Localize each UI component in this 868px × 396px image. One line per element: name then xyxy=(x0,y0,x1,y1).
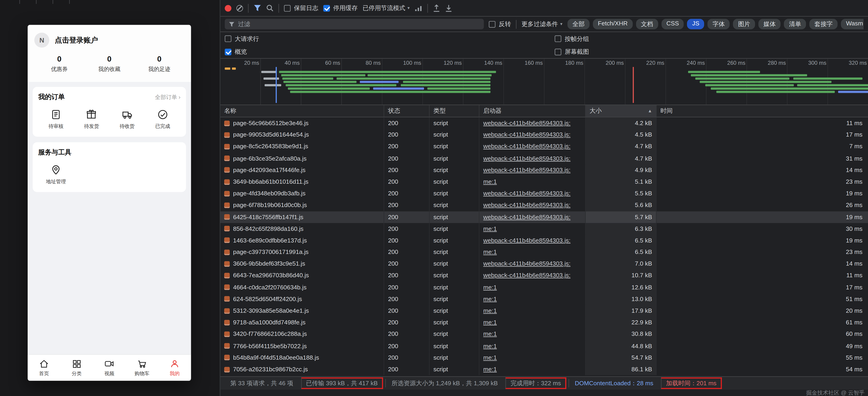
table-row[interactable]: page-8c5c2643583be9d1.js 200 script webp… xyxy=(220,141,868,152)
initiator-link[interactable]: me:1 xyxy=(483,284,497,290)
request-name-cell[interactable]: b54b8a9f-0f4d518a0ee0a188.js xyxy=(220,352,384,364)
request-name-cell[interactable]: page-4fd348eb09db3afb.js xyxy=(220,188,384,199)
overview-checkbox[interactable]: 概览 xyxy=(225,47,247,56)
table-row[interactable]: 624-5825d6504ff24200.js 200 script me:1 … xyxy=(220,293,868,305)
initiator-link[interactable]: webpack-c411b4b6e8594303.js: xyxy=(483,143,570,150)
table-row[interactable]: 3649-bb6ab61b01016d11.js 200 script me:1… xyxy=(220,176,868,188)
stat-item[interactable]: 0 优惠券 xyxy=(34,54,85,73)
table-row[interactable]: 7766-b56f4115be5b7022.js 200 script me:1… xyxy=(220,340,868,352)
filter-input[interactable]: 过滤 xyxy=(225,19,484,29)
table-row[interactable]: page-99053d5d61644e54.js 200 script webp… xyxy=(220,129,868,141)
checkbox-icon[interactable] xyxy=(489,21,495,28)
request-name-cell[interactable]: 6643-7ea2966703b86d40.js xyxy=(220,270,384,282)
tab-cart[interactable]: 购物车 xyxy=(126,355,158,381)
filter-chip[interactable]: Wasm xyxy=(841,19,863,29)
tab-video[interactable]: 视频 xyxy=(93,355,126,381)
disable-cache-checkbox[interactable]: 停用缓存 xyxy=(323,4,358,12)
filter-funnel-icon[interactable] xyxy=(253,4,261,11)
order-item-receive[interactable]: 待收货 xyxy=(110,108,145,130)
preserve-log-checkbox[interactable]: 保留日志 xyxy=(284,4,318,12)
table-row[interactable]: 3606-9b5bdef63f3c9e51.js 200 script webp… xyxy=(220,258,868,270)
filter-chip[interactable]: 全部 xyxy=(567,19,590,29)
initiator-link[interactable]: webpack-c411b4b6e8594303.js: xyxy=(483,120,570,126)
search-icon[interactable] xyxy=(267,4,274,11)
initiator-link[interactable]: me:1 xyxy=(483,319,497,326)
initiator-link[interactable]: me:1 xyxy=(483,249,497,255)
initiator-link[interactable]: webpack-c411b4b6e8594303.js: xyxy=(483,202,570,208)
checkbox-checked-icon[interactable] xyxy=(323,5,330,11)
filter-chip[interactable]: 图片 xyxy=(733,19,755,29)
filter-chip[interactable]: 字体 xyxy=(708,19,730,29)
request-name-cell[interactable]: 1463-6e89c0dfbb6e137d.js xyxy=(220,234,384,246)
table-row[interactable]: 856-842c65f2898da160.js 200 script me:1 … xyxy=(220,223,868,234)
checkbox-icon[interactable] xyxy=(225,35,231,42)
request-name-cell[interactable]: page-6f78b19b061d0c0b.js xyxy=(220,199,384,211)
table-row[interactable]: page-d42093ea17f446fe.js 200 script webp… xyxy=(220,164,868,176)
request-name-cell[interactable]: page-56c96b6512be3e46.js xyxy=(220,118,384,129)
request-name-cell[interactable]: 7056-a26231bc9867b2cc.js xyxy=(220,364,384,375)
tab-category[interactable]: 分类 xyxy=(60,355,93,381)
initiator-link[interactable]: me:1 xyxy=(483,295,497,302)
request-name-cell[interactable]: 9718-a5a1000dfd7498fe.js xyxy=(220,317,384,328)
initiator-link[interactable]: me:1 xyxy=(483,354,497,361)
initiator-link[interactable]: webpack-c411b4b6e8594303.js: xyxy=(483,190,570,197)
network-overview[interactable]: 20 ms40 ms60 ms80 ms100 ms120 ms140 ms16… xyxy=(220,59,868,105)
login-title[interactable]: 点击登录账户 xyxy=(55,35,98,45)
initiator-link[interactable]: me:1 xyxy=(483,331,497,337)
column-header-initiator[interactable]: 启动器 xyxy=(479,105,586,117)
service-item-address[interactable]: 地址管理 xyxy=(38,164,74,185)
initiator-link[interactable]: me:1 xyxy=(483,178,497,185)
filter-chip[interactable]: 套接字 xyxy=(809,19,838,29)
table-row[interactable]: page-c39737006171991a.js 200 script me:1… xyxy=(220,246,868,258)
tab-home[interactable]: 首页 xyxy=(28,355,60,381)
order-item-ship[interactable]: 待发货 xyxy=(74,108,109,130)
initiator-link[interactable]: webpack-c411b4b6e8594303.js: xyxy=(483,272,570,278)
request-name-cell[interactable]: 624-5825d6504ff24200.js xyxy=(220,293,384,305)
request-name-cell[interactable]: page-c39737006171991a.js xyxy=(220,246,384,258)
table-row[interactable]: 1463-6e89c0dfbb6e137d.js 200 script webp… xyxy=(220,234,868,246)
filter-chip[interactable]: CSS xyxy=(661,19,684,29)
table-row[interactable]: page-56c96b6512be3e46.js 200 script webp… xyxy=(220,118,868,129)
column-header-size[interactable]: 大小 ▲ xyxy=(586,105,656,117)
tab-profile[interactable]: 我的 xyxy=(158,355,191,381)
request-name-cell[interactable]: 7766-b56f4115be5b7022.js xyxy=(220,340,384,352)
table-row[interactable]: 6643-7ea2966703b86d40.js 200 script webp… xyxy=(220,270,868,282)
column-header-time[interactable]: 时间 xyxy=(656,105,868,117)
request-name-cell[interactable]: 6425-418c7556ffb147f1.js xyxy=(220,211,384,223)
initiator-link[interactable]: me:1 xyxy=(483,342,497,349)
screenshots-checkbox[interactable]: 屏幕截图 xyxy=(555,47,589,56)
request-name-cell[interactable]: page-d42093ea17f446fe.js xyxy=(220,164,384,176)
request-name-cell[interactable]: 4664-c0dca2f20760634b.js xyxy=(220,282,384,293)
table-row[interactable]: 6425-418c7556ffb147f1.js 200 script webp… xyxy=(220,211,868,223)
invert-checkbox[interactable]: 反转 xyxy=(489,20,511,28)
initiator-link[interactable]: webpack-c411b4b6e8594303.js: xyxy=(483,213,570,220)
request-name-cell[interactable]: 3606-9b5bdef63f3c9e51.js xyxy=(220,258,384,270)
initiator-link[interactable]: webpack-c411b4b6e8594303.js: xyxy=(483,260,570,267)
column-header-type[interactable]: 类型 xyxy=(430,105,479,117)
order-item-review[interactable]: 待审核 xyxy=(38,108,74,130)
order-item-done[interactable]: 已完成 xyxy=(145,108,180,130)
filter-chip[interactable]: 媒体 xyxy=(758,19,781,29)
avatar[interactable]: N xyxy=(34,33,49,47)
request-name-cell[interactable]: 3649-bb6ab61b01016d11.js xyxy=(220,176,384,188)
column-header-name[interactable]: 名称 xyxy=(220,105,384,117)
filter-chip[interactable]: 清单 xyxy=(784,19,806,29)
stat-item[interactable]: 0 我的收藏 xyxy=(84,54,134,73)
clear-icon[interactable] xyxy=(237,5,243,11)
checkbox-checked-icon[interactable] xyxy=(225,48,231,55)
import-har-icon[interactable] xyxy=(433,4,440,12)
table-row[interactable]: b54b8a9f-0f4d518a0ee0a188.js 200 script … xyxy=(220,352,868,364)
initiator-link[interactable]: me:1 xyxy=(483,225,497,232)
request-name-cell[interactable]: 3420-f7768662106c288a.js xyxy=(220,328,384,340)
initiator-link[interactable]: webpack-c411b4b6e8594303.js: xyxy=(483,155,570,161)
initiator-link[interactable]: webpack-c411b4b6e8594303.js: xyxy=(483,237,570,243)
table-row[interactable]: page-6b3ce35e2afca80a.js 200 script webp… xyxy=(220,153,868,164)
export-har-icon[interactable] xyxy=(445,4,452,12)
filter-chip[interactable]: Fetch/XHR xyxy=(593,19,633,29)
more-filters-dropdown[interactable]: 更多过滤条件 ▾ xyxy=(522,20,562,28)
big-rows-checkbox[interactable]: 大请求行 xyxy=(225,35,259,43)
all-orders-link[interactable]: 全部订单 › xyxy=(155,93,181,101)
request-name-cell[interactable]: 5312-3093a85e58a0e4e1.js xyxy=(220,305,384,317)
checkbox-icon[interactable] xyxy=(555,35,561,42)
initiator-link[interactable]: me:1 xyxy=(483,366,497,372)
